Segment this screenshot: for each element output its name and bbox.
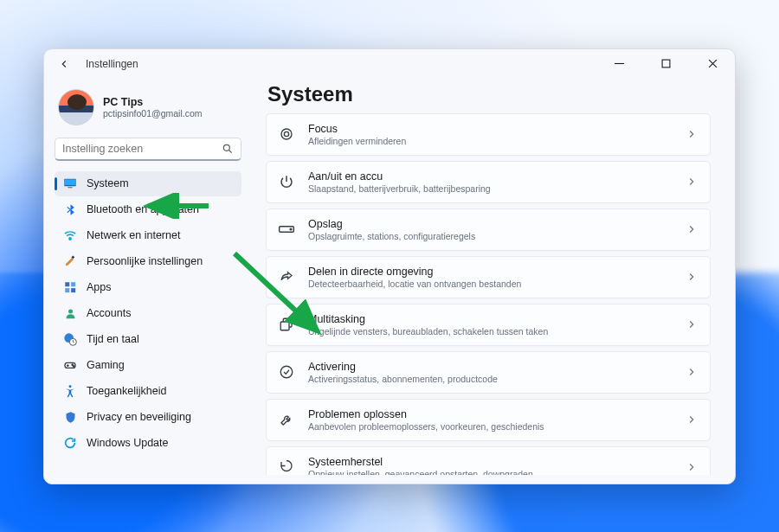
setting-title: Systeemherstel [308,456,673,468]
svg-point-21 [290,228,292,230]
page-title: Systeem [267,82,716,106]
setting-subtitle: Uitgelijnde vensters, bureaubladen, scha… [308,326,673,337]
setting-row-systeemherstel[interactable]: SysteemherstelOpnieuw instellen, geavanc… [266,446,711,475]
search-input[interactable] [62,143,215,155]
close-button[interactable] [695,52,730,76]
sidebar-item-label: Netwerk en internet [87,229,180,241]
chevron-right-icon [686,128,698,140]
sidebar-item-label: Persoonlijke instellingen [87,255,203,267]
svg-rect-3 [65,179,75,185]
sidebar-item-toegankelijkheid[interactable]: Toegankelijkheid [55,379,241,404]
share-icon [277,269,296,285]
setting-title: Delen in directe omgeving [308,266,673,278]
profile-block[interactable]: PC Tips pctipsinfo01@gmail.com [55,86,241,132]
svg-point-18 [281,129,292,139]
sidebar-item-systeem[interactable]: Systeem [55,171,241,196]
setting-subtitle: Aanbevolen probleemoplossers, voorkeuren… [308,421,673,432]
setting-subtitle: Afleidingen verminderen [308,136,673,146]
chevron-right-icon [686,461,698,473]
setting-title: Opslag [308,218,673,230]
sidebar-item-gaming[interactable]: Gaming [55,353,241,378]
sidebar-item-label: Privacy en beveiliging [87,411,191,423]
setting-row-opslag[interactable]: OpslagOpslagruimte, stations, configurat… [266,208,711,251]
setting-row-aan-uit-en-accu[interactable]: Aan/uit en accuSlaapstand, batterijverbr… [266,161,711,203]
sidebar-item-label: Windows Update [87,437,169,449]
window-title: Instellingen [86,58,138,70]
accessibility-icon [63,384,77,398]
chevron-right-icon [686,176,698,188]
profile-email: pctipsinfo01@gmail.com [103,108,203,119]
minimize-button[interactable] [602,52,636,76]
setting-subtitle: Activeringsstatus, abonnementen, product… [308,374,673,384]
maximize-button[interactable] [648,52,683,76]
sidebar-item-persoonlijke-instellingen[interactable]: Persoonlijke instellingen [55,249,241,274]
bluetooth-icon [63,202,77,216]
setting-row-focus[interactable]: FocusAfleidingen verminderen [266,113,711,156]
sidebar: PC Tips pctipsinfo01@gmail.com SysteemBl… [44,79,252,484]
avatar [58,89,94,125]
brush-icon [63,254,77,268]
search-box[interactable] [55,138,241,161]
update-icon [63,436,77,450]
wifi-icon [63,228,77,242]
sidebar-item-netwerk-en-internet[interactable]: Netwerk en internet [55,223,241,248]
svg-point-24 [280,366,293,378]
setting-title: Aan/uit en accu [308,170,673,183]
svg-rect-10 [71,288,75,292]
apps-icon [63,280,77,294]
svg-point-17 [69,385,72,388]
drive-icon [277,223,296,235]
setting-row-delen-in-directe-omgeving[interactable]: Delen in directe omgevingDetecteerbaarhe… [266,256,711,298]
sidebar-item-label: Accounts [87,307,131,319]
sidebar-item-label: Gaming [87,359,125,371]
sidebar-item-label: Bluetooth en apparaten [87,203,199,215]
svg-rect-8 [71,282,75,286]
close-icon [708,59,718,68]
check-circle-icon [277,364,296,380]
monitor-icon [63,176,77,190]
sidebar-item-accounts[interactable]: Accounts [55,301,241,326]
power-icon [277,174,296,189]
svg-point-16 [73,366,74,367]
sidebar-item-label: Tijd en taal [87,333,139,345]
sidebar-item-apps[interactable]: Apps [55,275,241,300]
setting-title: Problemen oplossen [308,408,673,420]
svg-rect-9 [65,288,69,292]
profile-name: PC Tips [103,96,203,108]
titlebar: Instellingen [44,49,735,79]
content-area: PC Tips pctipsinfo01@gmail.com SysteemBl… [44,79,735,484]
setting-row-activering[interactable]: ActiveringActiveringsstatus, abonnemente… [266,351,711,394]
setting-title: Activering [308,361,673,373]
sidebar-item-bluetooth-en-apparaten[interactable]: Bluetooth en apparaten [55,197,241,222]
wrench-icon [277,412,296,427]
chevron-right-icon [686,366,698,378]
chevron-right-icon [686,413,698,426]
setting-title: Multitasking [308,313,673,325]
svg-rect-4 [68,187,72,188]
sidebar-item-windows-update[interactable]: Windows Update [55,431,241,456]
svg-rect-7 [65,282,69,286]
globe-clock-icon [63,332,77,346]
setting-subtitle: Opnieuw instellen, geavanceerd opstarten… [308,469,673,475]
maximize-icon [661,59,671,68]
svg-point-15 [72,364,73,365]
restore-icon [277,459,296,475]
chevron-right-icon [686,223,698,235]
setting-subtitle: Slaapstand, batterijverbruik, batterijbe… [308,183,673,194]
settings-list[interactable]: FocusAfleidingen verminderenAan/uit en a… [266,113,716,475]
sidebar-item-label: Systeem [87,177,129,189]
sidebar-item-privacy-en-beveiliging[interactable]: Privacy en beveiliging [55,405,241,430]
setting-row-problemen-oplossen[interactable]: Problemen oplossenAanbevolen probleemopl… [266,399,711,441]
gamepad-icon [63,358,77,372]
svg-point-19 [284,131,288,136]
target-icon [277,126,296,142]
setting-row-multitasking[interactable]: MultitaskingUitgelijnde vensters, bureau… [266,304,711,346]
sidebar-item-tijd-en-taal[interactable]: Tijd en taal [55,327,241,352]
setting-subtitle: Opslagruimte, stations, configuratierege… [308,231,673,241]
shield-icon [63,410,77,424]
svg-rect-23 [280,322,289,330]
back-button[interactable] [55,54,74,74]
svg-point-5 [69,238,71,240]
setting-title: Focus [308,123,673,135]
windows-stack-icon [277,317,296,332]
